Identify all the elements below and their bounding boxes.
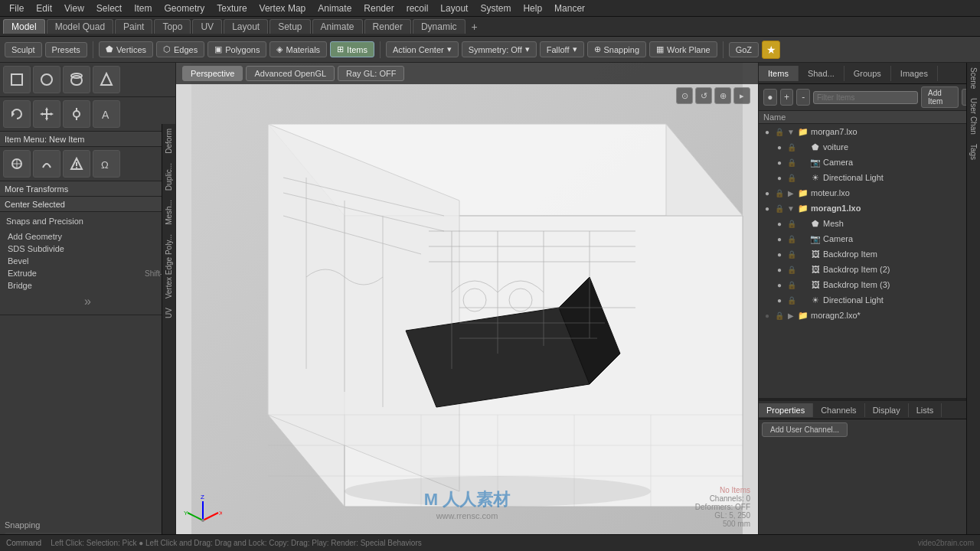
menu-item-file[interactable]: File — [3, 2, 30, 15]
menu-item-animate[interactable]: Animate — [312, 2, 358, 15]
eye-icon-backdrop2[interactable]: ● — [774, 264, 785, 275]
snaps-bevel[interactable]: Bevel B — [3, 255, 172, 267]
cone-tool-btn[interactable] — [93, 66, 120, 93]
menu-item-layout[interactable]: Layout — [434, 2, 474, 15]
tab-dynamic[interactable]: Dynamic — [413, 19, 466, 34]
viewport-tab-ray[interactable]: Ray GL: OFF — [338, 66, 404, 81]
items-filter-input[interactable] — [813, 91, 918, 104]
vp-more-btn[interactable]: ▸ — [733, 87, 750, 104]
tab-setup[interactable]: Setup — [270, 19, 310, 34]
snaps-bridge[interactable]: Bridge — [3, 279, 172, 292]
vp-zoom-btn[interactable]: ⊕ — [714, 87, 731, 104]
item-menu-bar[interactable]: Item Menu: New Item ▾ — [0, 132, 175, 147]
scale-tool-btn[interactable] — [63, 100, 90, 128]
vp-fit-btn[interactable]: ⊙ — [676, 87, 693, 104]
menu-item-view[interactable]: View — [58, 2, 90, 15]
polygons-button[interactable]: ▣ Polygons — [207, 41, 266, 57]
move-tool-btn[interactable] — [33, 100, 60, 128]
action-center-button[interactable]: Action Center ▾ — [386, 41, 459, 57]
menu-item-texture[interactable]: Texture — [211, 2, 253, 15]
items-delete-btn[interactable]: - — [796, 89, 810, 106]
menu-item-help[interactable]: Help — [517, 2, 548, 15]
prop-tab-lists[interactable]: Lists — [909, 403, 942, 417]
tab-animate[interactable]: Animate — [312, 19, 363, 34]
eye-icon-voiture[interactable]: ● — [774, 142, 785, 152]
tree-row-morgan7[interactable]: ● 🔒 ▼ 📁 morgan7.lxo — [759, 124, 980, 139]
eye-icon-dir-light2[interactable]: ● — [774, 295, 785, 305]
prop-tab-channels[interactable]: Channels — [813, 403, 864, 417]
toolbar-extra-btn[interactable]: ★ — [762, 41, 780, 59]
duplic-tab[interactable]: Duplic... — [163, 158, 175, 195]
prop-tab-display[interactable]: Display — [865, 403, 909, 417]
expand-moragn1[interactable]: ▼ — [786, 204, 795, 213]
menu-item-render[interactable]: Render — [358, 2, 400, 15]
tree-row-dir-light1[interactable]: ● 🔒 ☀ Directional Light — [759, 170, 980, 185]
add-user-channel-btn[interactable]: Add User Channel... — [762, 422, 848, 437]
tab-model-quad[interactable]: Model Quad — [47, 19, 113, 34]
box-tool-btn[interactable] — [3, 66, 31, 93]
goz-button[interactable]: GoZ — [729, 42, 759, 57]
text-tool-btn[interactable]: A — [93, 100, 120, 128]
tab-add[interactable]: + — [467, 19, 482, 34]
transform-btn-1[interactable] — [3, 150, 31, 178]
transform-btn-4[interactable]: Ω — [93, 150, 120, 178]
eye-icon-backdrop1[interactable]: ● — [774, 249, 785, 259]
eye-icon-backdrop3[interactable]: ● — [774, 279, 785, 290]
cylinder-tool-btn[interactable] — [63, 66, 90, 93]
menu-item-system[interactable]: System — [474, 2, 517, 15]
tree-row-dir-light2[interactable]: ● 🔒 ☀ Directional Light — [759, 292, 980, 308]
expand-moragn2[interactable]: ▶ — [786, 311, 795, 320]
tab-uv[interactable]: UV — [192, 19, 222, 34]
falloff-button[interactable]: Falloff ▾ — [540, 41, 584, 57]
eye-icon-moteur[interactable]: ● — [762, 187, 773, 198]
snapping-button[interactable]: ⊕ Snapping — [587, 41, 647, 57]
eye-icon-camera2[interactable]: ● — [774, 233, 785, 244]
viewport-area[interactable]: Perspective Advanced OpenGL Ray GL: OFF … — [176, 63, 758, 551]
sculpt-button[interactable]: Sculpt — [5, 42, 42, 57]
more-transforms-btn[interactable]: More Transforms ▾ — [0, 181, 175, 197]
menu-item-recoil[interactable]: recoil — [400, 2, 435, 15]
uv-tab-left[interactable]: UV — [163, 303, 175, 323]
transform-btn-3[interactable] — [63, 150, 90, 178]
expand-morgan7[interactable]: ▼ — [786, 127, 795, 136]
menu-item-mancer[interactable]: Mancer — [548, 2, 591, 15]
eye-icon-moragn2[interactable]: ● — [762, 310, 773, 321]
snaps-sds-subdivide[interactable]: SDS Subdivide D — [3, 243, 172, 255]
tree-row-backdrop2[interactable]: ● 🔒 🖼 Backdrop Item (2) — [759, 262, 980, 277]
materials-button[interactable]: ◈ Materials — [270, 41, 327, 57]
expand-moteur[interactable]: ▶ — [786, 188, 795, 197]
presets-button[interactable]: Presets — [45, 42, 87, 57]
menu-item-geometry[interactable]: Geometry — [158, 2, 211, 15]
rp-tab-groups[interactable]: Groups — [844, 66, 891, 81]
tab-paint[interactable]: Paint — [115, 19, 152, 34]
tree-row-moragn1[interactable]: ● 🔒 ▼ 📁 moragn1.lxo — [759, 201, 980, 216]
user-chan-tag[interactable]: User Chan — [968, 93, 979, 139]
tree-row-camera2[interactable]: ● 🔒 📷 Camera — [759, 231, 980, 246]
eye-icon-mesh1[interactable]: ● — [774, 218, 785, 229]
transform-btn-2[interactable] — [33, 150, 60, 178]
rp-tab-images[interactable]: Images — [891, 66, 938, 81]
items-add-item-btn[interactable]: + — [780, 89, 794, 106]
deform-tab[interactable]: Deform — [163, 124, 175, 158]
tab-render[interactable]: Render — [364, 19, 411, 34]
menu-item-vertex-map[interactable]: Vertex Map — [253, 2, 312, 15]
tab-topo[interactable]: Topo — [154, 19, 191, 34]
tab-layout[interactable]: Layout — [224, 19, 268, 34]
items-add-btn[interactable]: Add Item — [921, 86, 959, 108]
sphere-tool-btn[interactable] — [33, 66, 60, 93]
eye-icon-moragn1[interactable]: ● — [762, 203, 773, 214]
eye-icon-morgan7[interactable]: ● — [762, 126, 773, 137]
menu-item-edit[interactable]: Edit — [30, 2, 58, 15]
mesh-tab[interactable]: Mesh... — [163, 195, 175, 230]
rp-tab-items[interactable]: Items — [759, 66, 799, 81]
edges-button[interactable]: ⬡ Edges — [156, 41, 204, 57]
tree-row-mesh1[interactable]: ● 🔒 ⬟ Mesh — [759, 216, 980, 231]
eye-icon-dir-light1[interactable]: ● — [774, 172, 785, 183]
tree-row-moragn2[interactable]: ● 🔒 ▶ 📁 moragn2.lxo* — [759, 308, 980, 323]
work-plane-button[interactable]: ▦ Work Plane — [649, 41, 717, 57]
tree-row-voiture[interactable]: ● 🔒 ⬟ voiture — [759, 139, 980, 155]
snaps-expand-btn[interactable]: » — [3, 292, 172, 311]
menu-item-item[interactable]: Item — [128, 2, 158, 15]
tab-model[interactable]: Model — [3, 19, 45, 34]
vp-reset-btn[interactable]: ↺ — [695, 87, 712, 104]
